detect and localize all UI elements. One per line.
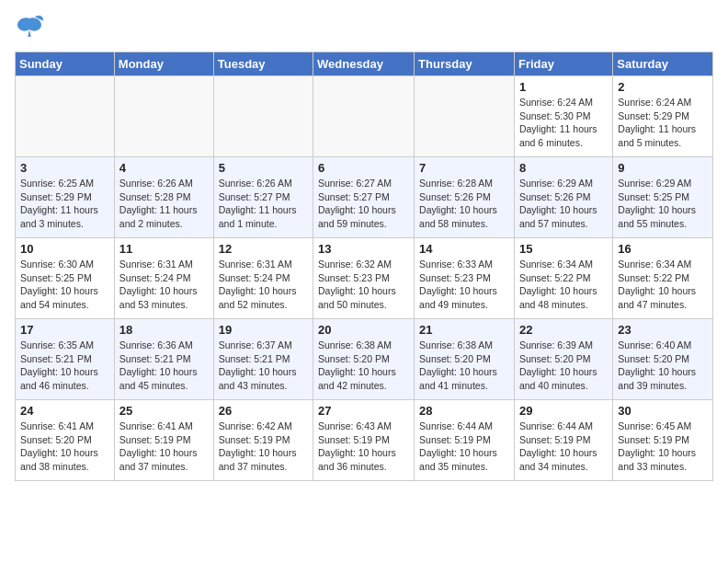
calendar-day-cell: 6Sunrise: 6:27 AM Sunset: 5:27 PM Daylig…: [313, 157, 415, 238]
day-detail: Sunrise: 6:28 AM Sunset: 5:26 PM Dayligh…: [419, 177, 509, 231]
day-detail: Sunrise: 6:31 AM Sunset: 5:24 PM Dayligh…: [119, 258, 209, 312]
calendar-day-cell: [415, 76, 515, 157]
calendar-day-cell: 14Sunrise: 6:33 AM Sunset: 5:23 PM Dayli…: [415, 238, 515, 319]
calendar-day-cell: 20Sunrise: 6:38 AM Sunset: 5:20 PM Dayli…: [313, 319, 415, 400]
calendar-table: SundayMondayTuesdayWednesdayThursdayFrid…: [15, 52, 713, 481]
calendar-week-row: 24Sunrise: 6:41 AM Sunset: 5:20 PM Dayli…: [16, 400, 713, 481]
day-detail: Sunrise: 6:38 AM Sunset: 5:20 PM Dayligh…: [318, 339, 409, 393]
day-detail: Sunrise: 6:35 AM Sunset: 5:21 PM Dayligh…: [20, 339, 109, 393]
calendar-day-cell: 1Sunrise: 6:24 AM Sunset: 5:30 PM Daylig…: [514, 76, 612, 157]
day-detail: Sunrise: 6:34 AM Sunset: 5:22 PM Dayligh…: [618, 258, 708, 312]
calendar-week-row: 3Sunrise: 6:25 AM Sunset: 5:29 PM Daylig…: [16, 157, 713, 238]
day-number: 28: [419, 404, 509, 418]
day-number: 10: [20, 242, 109, 256]
day-detail: Sunrise: 6:26 AM Sunset: 5:27 PM Dayligh…: [219, 177, 308, 231]
calendar-week-row: 1Sunrise: 6:24 AM Sunset: 5:30 PM Daylig…: [16, 76, 713, 157]
weekday-header: Friday: [514, 52, 612, 76]
day-detail: Sunrise: 6:34 AM Sunset: 5:22 PM Dayligh…: [519, 258, 608, 312]
calendar-day-cell: 21Sunrise: 6:38 AM Sunset: 5:20 PM Dayli…: [415, 319, 515, 400]
day-detail: Sunrise: 6:37 AM Sunset: 5:21 PM Dayligh…: [219, 339, 308, 393]
day-number: 24: [20, 404, 109, 418]
day-detail: Sunrise: 6:26 AM Sunset: 5:28 PM Dayligh…: [119, 177, 209, 231]
weekday-header: Monday: [114, 52, 213, 76]
day-number: 11: [119, 242, 209, 256]
calendar-day-cell: 16Sunrise: 6:34 AM Sunset: 5:22 PM Dayli…: [613, 238, 713, 319]
calendar-day-cell: 18Sunrise: 6:36 AM Sunset: 5:21 PM Dayli…: [114, 319, 213, 400]
weekday-header: Wednesday: [313, 52, 415, 76]
day-detail: Sunrise: 6:41 AM Sunset: 5:20 PM Dayligh…: [20, 419, 109, 474]
calendar-day-cell: 11Sunrise: 6:31 AM Sunset: 5:24 PM Dayli…: [114, 238, 213, 319]
calendar-week-row: 17Sunrise: 6:35 AM Sunset: 5:21 PM Dayli…: [16, 319, 713, 400]
day-number: 25: [119, 404, 209, 418]
day-number: 27: [318, 404, 409, 418]
day-number: 7: [419, 161, 509, 175]
day-detail: Sunrise: 6:24 AM Sunset: 5:29 PM Dayligh…: [618, 96, 708, 150]
day-detail: Sunrise: 6:29 AM Sunset: 5:25 PM Dayligh…: [618, 177, 708, 231]
day-number: 14: [419, 242, 509, 256]
day-number: 23: [618, 323, 708, 337]
calendar-day-cell: 4Sunrise: 6:26 AM Sunset: 5:28 PM Daylig…: [114, 157, 213, 238]
day-number: 22: [519, 323, 608, 337]
day-number: 1: [519, 80, 608, 94]
day-number: 20: [318, 323, 409, 337]
calendar-day-cell: 24Sunrise: 6:41 AM Sunset: 5:20 PM Dayli…: [16, 400, 115, 481]
calendar-day-cell: 26Sunrise: 6:42 AM Sunset: 5:19 PM Dayli…: [213, 400, 313, 481]
calendar-day-cell: 5Sunrise: 6:26 AM Sunset: 5:27 PM Daylig…: [213, 157, 313, 238]
weekday-header: Thursday: [415, 52, 515, 76]
calendar-day-cell: 13Sunrise: 6:32 AM Sunset: 5:23 PM Dayli…: [313, 238, 415, 319]
calendar-day-cell: 27Sunrise: 6:43 AM Sunset: 5:19 PM Dayli…: [313, 400, 415, 481]
day-detail: Sunrise: 6:38 AM Sunset: 5:20 PM Dayligh…: [419, 339, 509, 393]
day-number: 16: [618, 242, 708, 256]
day-number: 21: [419, 323, 509, 337]
day-number: 4: [119, 161, 209, 175]
calendar-day-cell: 12Sunrise: 6:31 AM Sunset: 5:24 PM Dayli…: [213, 238, 313, 319]
logo: [15, 15, 48, 40]
calendar-day-cell: 29Sunrise: 6:44 AM Sunset: 5:19 PM Dayli…: [514, 400, 612, 481]
weekday-header: Sunday: [16, 52, 115, 76]
day-detail: Sunrise: 6:45 AM Sunset: 5:19 PM Dayligh…: [618, 419, 708, 474]
day-detail: Sunrise: 6:36 AM Sunset: 5:21 PM Dayligh…: [119, 339, 209, 393]
day-number: 17: [20, 323, 109, 337]
day-detail: Sunrise: 6:25 AM Sunset: 5:29 PM Dayligh…: [20, 177, 109, 231]
calendar-day-cell: 23Sunrise: 6:40 AM Sunset: 5:20 PM Dayli…: [613, 319, 713, 400]
day-number: 9: [618, 161, 708, 175]
calendar-day-cell: 17Sunrise: 6:35 AM Sunset: 5:21 PM Dayli…: [16, 319, 115, 400]
day-number: 6: [318, 161, 409, 175]
day-detail: Sunrise: 6:33 AM Sunset: 5:23 PM Dayligh…: [419, 258, 509, 312]
day-detail: Sunrise: 6:24 AM Sunset: 5:30 PM Dayligh…: [519, 96, 608, 150]
day-detail: Sunrise: 6:27 AM Sunset: 5:27 PM Dayligh…: [318, 177, 409, 231]
day-detail: Sunrise: 6:32 AM Sunset: 5:23 PM Dayligh…: [318, 258, 409, 312]
day-number: 30: [618, 404, 708, 418]
day-detail: Sunrise: 6:44 AM Sunset: 5:19 PM Dayligh…: [419, 419, 509, 474]
calendar-day-cell: 19Sunrise: 6:37 AM Sunset: 5:21 PM Dayli…: [213, 319, 313, 400]
calendar-day-cell: 28Sunrise: 6:44 AM Sunset: 5:19 PM Dayli…: [415, 400, 515, 481]
day-detail: Sunrise: 6:39 AM Sunset: 5:20 PM Dayligh…: [519, 339, 608, 393]
day-detail: Sunrise: 6:44 AM Sunset: 5:19 PM Dayligh…: [519, 419, 608, 474]
calendar-day-cell: [16, 76, 115, 157]
calendar-day-cell: 15Sunrise: 6:34 AM Sunset: 5:22 PM Dayli…: [514, 238, 612, 319]
calendar-day-cell: 10Sunrise: 6:30 AM Sunset: 5:25 PM Dayli…: [16, 238, 115, 319]
day-number: 8: [519, 161, 608, 175]
day-number: 19: [219, 323, 308, 337]
calendar-day-cell: 30Sunrise: 6:45 AM Sunset: 5:19 PM Dayli…: [613, 400, 713, 481]
day-number: 26: [219, 404, 308, 418]
day-detail: Sunrise: 6:42 AM Sunset: 5:19 PM Dayligh…: [219, 419, 308, 474]
day-number: 3: [20, 161, 109, 175]
day-detail: Sunrise: 6:41 AM Sunset: 5:19 PM Dayligh…: [119, 419, 209, 474]
day-number: 12: [219, 242, 308, 256]
day-number: 2: [618, 80, 708, 94]
logo-icon: [15, 15, 44, 40]
day-detail: Sunrise: 6:43 AM Sunset: 5:19 PM Dayligh…: [318, 419, 409, 474]
day-detail: Sunrise: 6:30 AM Sunset: 5:25 PM Dayligh…: [20, 258, 109, 312]
weekday-header: Saturday: [613, 52, 713, 76]
calendar-day-cell: [313, 76, 415, 157]
day-number: 18: [119, 323, 209, 337]
page-header: [15, 15, 713, 40]
calendar-day-cell: 3Sunrise: 6:25 AM Sunset: 5:29 PM Daylig…: [16, 157, 115, 238]
calendar-day-cell: 9Sunrise: 6:29 AM Sunset: 5:25 PM Daylig…: [613, 157, 713, 238]
calendar-day-cell: 8Sunrise: 6:29 AM Sunset: 5:26 PM Daylig…: [514, 157, 612, 238]
day-detail: Sunrise: 6:29 AM Sunset: 5:26 PM Dayligh…: [519, 177, 608, 231]
day-number: 29: [519, 404, 608, 418]
day-detail: Sunrise: 6:40 AM Sunset: 5:20 PM Dayligh…: [618, 339, 708, 393]
day-number: 5: [219, 161, 308, 175]
